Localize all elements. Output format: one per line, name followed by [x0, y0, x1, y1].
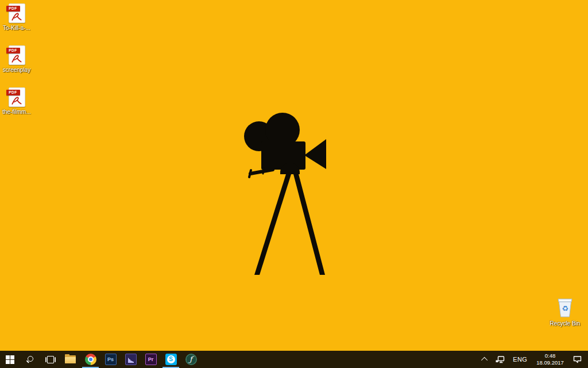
- photoshop-icon: Ps: [105, 354, 117, 365]
- folder-icon: [65, 355, 76, 363]
- language-indicator[interactable]: ENG: [509, 351, 531, 368]
- chevron-up-icon: [481, 357, 488, 363]
- movie-camera-illustration: [240, 109, 328, 277]
- desktop-icon-label: the-filmm...: [0, 109, 33, 116]
- clock-tray-button[interactable]: 0:48 18.09.2017: [531, 351, 569, 368]
- chrome-button[interactable]: [80, 351, 100, 368]
- pdf-badge: PDF: [6, 6, 20, 12]
- task-view-button[interactable]: [40, 351, 60, 368]
- recycle-bin-label: Recycle Bin: [547, 320, 583, 327]
- desktop-icon-pdf-3[interactable]: PDF the-filmm...: [0, 87, 33, 116]
- start-button[interactable]: [0, 351, 20, 368]
- premiere-icon: Pr: [145, 354, 157, 365]
- action-center-icon: [573, 355, 582, 363]
- skype-button[interactable]: S: [161, 351, 181, 368]
- acrobat-icon: [11, 97, 22, 105]
- desktop-icon-label: To-Kill-a-...: [0, 25, 33, 32]
- system-tray: ENG 0:48 18.09.2017: [479, 351, 588, 368]
- desktop-icon-pdf-2[interactable]: PDF screenplay: [0, 45, 33, 74]
- f-app-icon: ƒ: [185, 354, 197, 365]
- search-icon: [26, 355, 34, 363]
- pdf-file-icon: PDF: [9, 45, 25, 65]
- f-app-button[interactable]: ƒ: [181, 351, 201, 368]
- video-editor-button[interactable]: [121, 351, 141, 368]
- chrome-icon: [85, 354, 96, 365]
- video-editor-icon: [125, 354, 137, 365]
- tray-date: 18.09.2017: [535, 359, 565, 366]
- search-button[interactable]: [20, 351, 40, 368]
- skype-icon: S: [165, 354, 177, 365]
- pdf-file-icon: PDF: [9, 87, 25, 107]
- tray-time: 0:48: [535, 352, 565, 359]
- desktop-wallpaper: PDF To-Kill-a-... PDF screenplay PDF the…: [0, 0, 588, 368]
- windows-logo-icon: [6, 355, 14, 364]
- show-hidden-icons-button[interactable]: [479, 351, 492, 368]
- pdf-badge: PDF: [6, 90, 20, 95]
- network-tray-button[interactable]: [492, 351, 509, 368]
- pdf-file-icon: PDF: [9, 3, 25, 23]
- desktop-icon-label: screenplay: [0, 67, 33, 74]
- action-center-button[interactable]: [569, 351, 586, 368]
- acrobat-icon: [11, 13, 22, 21]
- file-explorer-button[interactable]: [60, 351, 80, 368]
- recycle-bin[interactable]: ♻ Recycle Bin: [547, 297, 583, 327]
- recycle-bin-icon: ♻: [554, 297, 576, 318]
- network-icon: [496, 356, 505, 363]
- premiere-button[interactable]: Pr: [141, 351, 161, 368]
- pdf-badge: PDF: [6, 48, 20, 53]
- recycle-arrows-icon: ♻: [562, 304, 568, 313]
- desktop-icon-pdf-1[interactable]: PDF To-Kill-a-...: [0, 3, 33, 32]
- taskbar: Ps Pr S ƒ ENG: [0, 351, 588, 368]
- language-label: ENG: [513, 356, 527, 363]
- task-view-icon: [45, 356, 56, 363]
- acrobat-icon: [11, 55, 22, 63]
- photoshop-button[interactable]: Ps: [100, 351, 121, 368]
